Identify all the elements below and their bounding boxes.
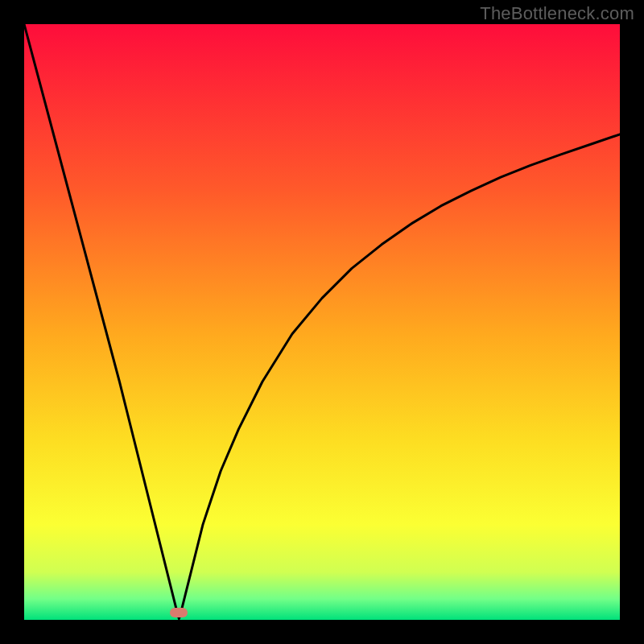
plot-area: [24, 24, 620, 620]
watermark-text: TheBottleneck.com: [480, 3, 634, 24]
chart-frame: TheBottleneck.com: [0, 0, 644, 644]
minimum-marker: [170, 608, 188, 617]
plot-svg: [24, 24, 620, 620]
gradient-background: [24, 24, 620, 620]
